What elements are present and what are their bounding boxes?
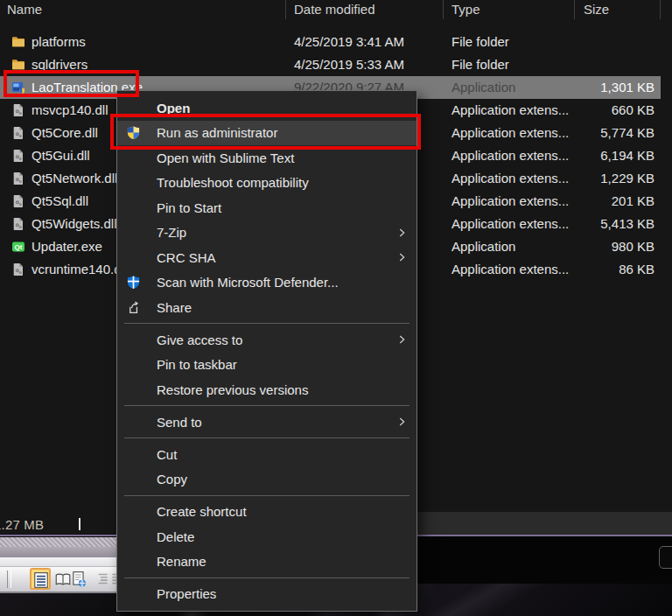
column-header-date-modified[interactable]: Date modified: [294, 1, 375, 18]
menu-item-label: Troubleshoot compatibility: [157, 175, 309, 190]
file-size: 5,413 KB: [525, 213, 654, 235]
chevron-right-icon: [396, 227, 408, 239]
toolbar-separator: [7, 570, 11, 588]
book-view-icon[interactable]: [54, 570, 72, 589]
menu-item-label: Pin to taskbar: [157, 357, 237, 372]
file-size: 5,774 KB: [525, 122, 654, 144]
file-name: platforms: [32, 31, 86, 53]
column-header-size[interactable]: Size: [584, 1, 609, 18]
qt-icon: Qt: [11, 240, 25, 254]
file-row-platforms[interactable]: platforms4/25/2019 3:41 AMFile folder: [0, 31, 661, 53]
menu-item-label: Rename: [157, 554, 206, 569]
menu-item-label: Scan with Microsoft Defender...: [157, 275, 339, 290]
menu-item-pin-to-taskbar[interactable]: Pin to taskbar: [117, 353, 416, 378]
chevron-right-icon: [396, 416, 408, 428]
dll-icon: [11, 172, 25, 186]
annotation-box-run-as-administrator: [110, 114, 421, 150]
file-size: 980 KB: [525, 235, 654, 258]
menu-item-create-shortcut[interactable]: Create shortcut: [117, 500, 416, 525]
file-date: 4/25/2019 5:33 AM: [294, 53, 404, 76]
status-caret: [79, 518, 80, 530]
menu-item-share[interactable]: Share: [117, 295, 416, 320]
menu-item-troubleshoot-compatibility[interactable]: Troubleshoot compatibility: [117, 171, 416, 196]
menu-item-give-access-to[interactable]: Give access to: [117, 327, 416, 353]
indent-list-icon[interactable]: [93, 570, 110, 589]
menu-item-label: Restore previous versions: [157, 382, 308, 397]
file-name: vcruntime140.dll: [32, 258, 127, 281]
dll-icon: [11, 126, 25, 140]
menu-item-send-to[interactable]: Send to: [117, 410, 416, 435]
menu-item-cut[interactable]: Cut: [117, 442, 416, 467]
column-divider[interactable]: [574, 0, 575, 19]
menu-item-scan-with-microsoft-defender[interactable]: Scan with Microsoft Defender...: [117, 270, 416, 296]
menu-item-delete[interactable]: Delete: [117, 524, 416, 550]
dll-icon: [11, 217, 25, 231]
defender-icon: [126, 275, 141, 290]
menu-item-label: Copy: [157, 472, 187, 486]
column-header-type[interactable]: Type: [452, 1, 480, 18]
file-size: 1,229 KB: [525, 167, 654, 190]
menu-item-crc-sha[interactable]: CRC SHA: [117, 245, 416, 270]
column-header-name[interactable]: Name: [7, 1, 42, 18]
file-size: 660 KB: [525, 99, 654, 122]
menu-item-label: CRC SHA: [157, 250, 216, 265]
file-name: Qt5Gui.dll: [32, 144, 90, 167]
column-divider[interactable]: [285, 0, 286, 19]
menu-item-label: Open with Sublime Text: [157, 150, 294, 165]
status-bar-band: [376, 512, 672, 535]
file-name: Qt5Core.dll: [32, 122, 98, 144]
details-view-icon[interactable]: [30, 568, 51, 590]
menu-item-label: Share: [157, 300, 192, 315]
menu-item-properties[interactable]: Properties: [117, 582, 416, 607]
status-size-text: 1.27 MB: [0, 517, 44, 532]
folder-icon: [11, 35, 25, 49]
dll-icon: [11, 149, 25, 163]
menu-separator: [124, 438, 410, 438]
document-globe-icon[interactable]: [70, 570, 88, 589]
dll-icon: [11, 194, 25, 208]
file-name: Qt5Widgets.dll: [32, 213, 117, 235]
menu-item-label: Delete: [157, 529, 194, 544]
menu-separator: [124, 495, 410, 496]
file-type: File folder: [452, 53, 509, 76]
file-name: Qt5Sql.dll: [32, 190, 88, 213]
menu-item-pin-to-start[interactable]: Pin to Start: [117, 195, 416, 220]
share-icon: [126, 300, 141, 315]
menu-item-rename[interactable]: Rename: [117, 550, 416, 575]
menu-item-label: Give access to: [157, 332, 242, 347]
menu-separator: [124, 405, 410, 406]
menu-item-label: Create shortcut: [157, 504, 247, 519]
screen: Name Date modified Type Size platforms4/…: [0, 0, 672, 616]
file-name: Qt5Network.dll: [32, 167, 117, 190]
file-type: Application: [452, 76, 515, 99]
file-type: Application: [452, 235, 515, 258]
context-menu: OpenRun as administratorOpen with Sublim…: [116, 90, 417, 612]
menu-item-7-zip[interactable]: 7-Zip: [117, 220, 416, 246]
file-name: msvcp140.dll: [32, 99, 108, 122]
svg-text:Qt: Qt: [15, 243, 23, 251]
file-type: File folder: [452, 31, 509, 53]
file-size: 86 KB: [525, 258, 654, 281]
file-size: 201 KB: [525, 190, 654, 213]
menu-item-label: Pin to Start: [157, 200, 221, 215]
menu-item-label: Cut: [157, 447, 177, 462]
menu-item-label: Send to: [157, 415, 202, 430]
file-name: Updater.exe: [32, 235, 102, 258]
chevron-right-icon: [396, 251, 408, 263]
menu-item-label: 7-Zip: [157, 225, 186, 240]
column-headers: Name Date modified Type Size: [0, 0, 672, 19]
annotation-box-file: [4, 70, 139, 97]
menu-separator: [124, 323, 410, 324]
column-divider[interactable]: [443, 0, 444, 19]
chevron-right-icon: [396, 333, 408, 346]
tray-flyout-outline[interactable]: [659, 546, 672, 569]
dll-icon: [11, 262, 25, 276]
menu-item-copy[interactable]: Copy: [117, 467, 416, 493]
menu-item-restore-previous-versions[interactable]: Restore previous versions: [117, 377, 416, 402]
column-divider[interactable]: [660, 0, 661, 19]
file-size: 6,194 KB: [525, 144, 654, 167]
menu-separator: [124, 578, 410, 578]
menu-item-label: Properties: [157, 586, 216, 601]
dll-icon: [11, 103, 25, 117]
file-date: 4/25/2019 3:41 AM: [294, 31, 404, 53]
